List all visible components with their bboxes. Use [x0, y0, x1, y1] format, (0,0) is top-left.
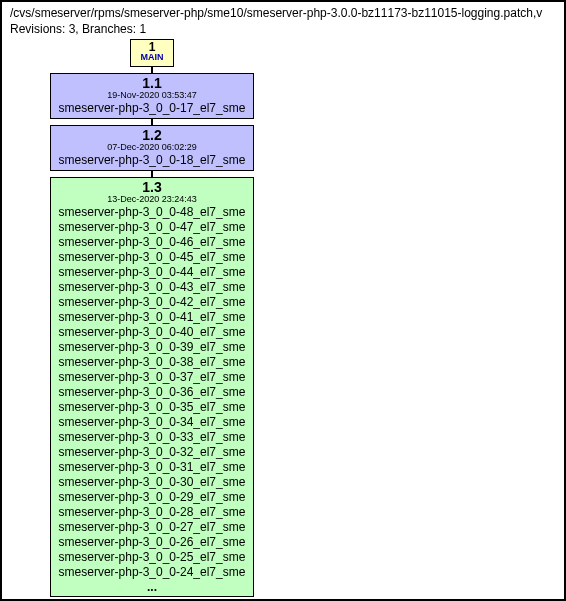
revision-tag: smeserver-php-3_0_0-18_el7_sme — [55, 153, 249, 168]
revision-tag: smeserver-php-3_0_0-25_el7_sme — [55, 550, 249, 565]
revision-tag: smeserver-php-3_0_0-33_el7_sme — [55, 430, 249, 445]
revision-tag: smeserver-php-3_0_0-28_el7_sme — [55, 505, 249, 520]
revision-tag: smeserver-php-3_0_0-40_el7_sme — [55, 325, 249, 340]
revision-version: 1.3 — [55, 180, 249, 194]
revision-tag: smeserver-php-3_0_0-45_el7_sme — [55, 250, 249, 265]
revision-tag: smeserver-php-3_0_0-38_el7_sme — [55, 355, 249, 370]
revision-version: 1.1 — [55, 76, 249, 90]
revision-date: 13-Dec-2020 23:24:43 — [55, 195, 249, 204]
main-branch-label: MAIN — [131, 53, 173, 62]
revision-tag: smeserver-php-3_0_0-35_el7_sme — [55, 400, 249, 415]
revision-tag: smeserver-php-3_0_0-41_el7_sme — [55, 310, 249, 325]
revision-tag: smeserver-php-3_0_0-43_el7_sme — [55, 280, 249, 295]
main-branch-node: 1 MAIN — [130, 39, 174, 67]
revision-tag: smeserver-php-3_0_0-17_el7_sme — [55, 101, 249, 116]
revision-tag: smeserver-php-3_0_0-32_el7_sme — [55, 445, 249, 460]
revision-tag: smeserver-php-3_0_0-48_el7_sme — [55, 205, 249, 220]
revision-tag: smeserver-php-3_0_0-31_el7_sme — [55, 460, 249, 475]
revision-node: 1.207-Dec-2020 06:02:29smeserver-php-3_0… — [50, 125, 254, 171]
revision-tag: smeserver-php-3_0_0-30_el7_sme — [55, 475, 249, 490]
revision-tag: smeserver-php-3_0_0-39_el7_sme — [55, 340, 249, 355]
ellipsis-icon: ... — [55, 580, 249, 594]
revision-tag: smeserver-php-3_0_0-36_el7_sme — [55, 385, 249, 400]
revision-tag: smeserver-php-3_0_0-27_el7_sme — [55, 520, 249, 535]
revision-tag: smeserver-php-3_0_0-47_el7_sme — [55, 220, 249, 235]
revision-node: 1.313-Dec-2020 23:24:43smeserver-php-3_0… — [50, 177, 254, 597]
revision-tag: smeserver-php-3_0_0-34_el7_sme — [55, 415, 249, 430]
revision-tag: smeserver-php-3_0_0-46_el7_sme — [55, 235, 249, 250]
revision-tag: smeserver-php-3_0_0-42_el7_sme — [55, 295, 249, 310]
revision-tag: smeserver-php-3_0_0-37_el7_sme — [55, 370, 249, 385]
revision-date: 07-Dec-2020 06:02:29 — [55, 143, 249, 152]
file-path: /cvs/smeserver/rpms/smeserver-php/sme10/… — [10, 6, 556, 22]
revisions-summary: Revisions: 3, Branches: 1 — [10, 22, 556, 38]
revision-version: 1.2 — [55, 128, 249, 142]
revision-tag: smeserver-php-3_0_0-24_el7_sme — [55, 565, 249, 580]
revision-node: 1.119-Nov-2020 03:53:47smeserver-php-3_0… — [50, 73, 254, 119]
diagram-container: /cvs/smeserver/rpms/smeserver-php/sme10/… — [0, 0, 566, 601]
revision-tag: smeserver-php-3_0_0-44_el7_sme — [55, 265, 249, 280]
revision-date: 19-Nov-2020 03:53:47 — [55, 91, 249, 100]
revision-tag: smeserver-php-3_0_0-29_el7_sme — [55, 490, 249, 505]
revision-tag: smeserver-php-3_0_0-26_el7_sme — [55, 535, 249, 550]
